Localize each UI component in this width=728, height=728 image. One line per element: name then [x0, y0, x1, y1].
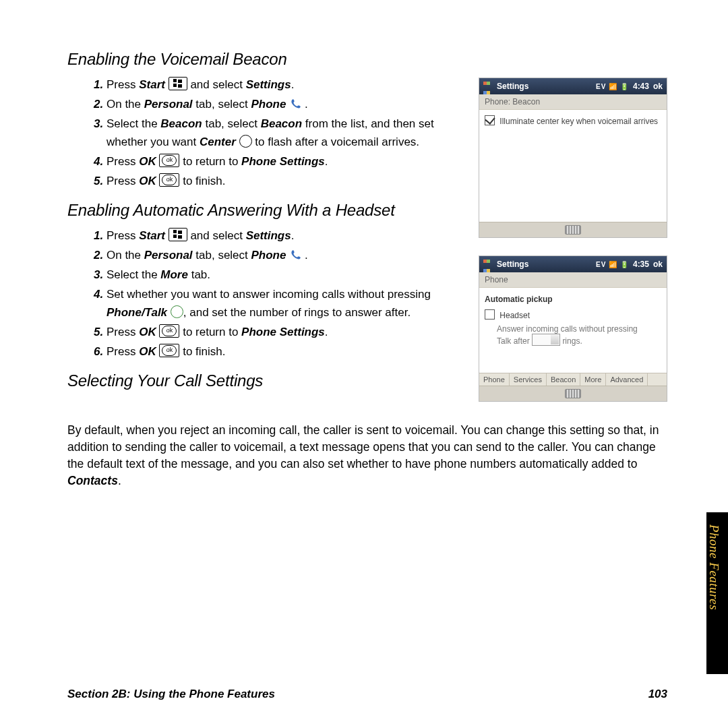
ok-key-icon	[159, 344, 179, 357]
steps-auto-answer: Press Start and select Settings. On the …	[67, 226, 462, 361]
call-settings-paragraph: By default, when you reject an incoming …	[67, 422, 664, 489]
step: Press Start and select Settings.	[107, 75, 462, 94]
rings-dropdown[interactable]	[532, 334, 560, 346]
center-key-icon	[239, 135, 252, 148]
titlebar-ok[interactable]: ok	[653, 260, 663, 269]
phone-icon	[289, 249, 301, 262]
talk-key-icon	[171, 305, 183, 318]
thumb-tab-label: Phone Features	[706, 512, 725, 610]
titlebar-title: Settings	[497, 260, 528, 269]
checkbox-label: Illuminate center key when voicemail arr…	[499, 117, 658, 126]
step: Select the More tab.	[107, 266, 462, 284]
checkbox-headset[interactable]	[485, 309, 495, 320]
tab-more[interactable]: More	[580, 373, 606, 386]
steps-voicemail-beacon: Press Start and select Settings. On the …	[67, 75, 462, 190]
ok-key-icon	[159, 154, 179, 167]
step: Press OK to return to Phone Settings.	[107, 152, 462, 171]
footer-page-number: 103	[648, 688, 667, 701]
heading-call-settings: Selecting Your Call Settings	[67, 371, 462, 390]
screenshot-auto-pickup: Settings EV 📶 🔋 4:35 ok Phone Automatic …	[479, 255, 667, 402]
section-title: Automatic pickup	[485, 295, 661, 304]
phone-icon	[289, 98, 301, 111]
status-icons: EV 📶 🔋	[596, 83, 629, 90]
titlebar-title: Settings	[497, 82, 528, 91]
titlebar-ok[interactable]: ok	[653, 82, 663, 91]
titlebar: Settings EV 📶 🔋 4:43 ok	[479, 78, 667, 94]
tab-advanced[interactable]: Advanced	[606, 373, 648, 386]
subtitle-bar: Phone: Beacon	[479, 94, 667, 110]
checkbox-label: Headset	[499, 311, 530, 320]
step: Press OK to return to Phone Settings.	[107, 323, 462, 341]
start-key-icon	[169, 77, 187, 90]
main-text-column: Enabling the Voicemail Beacon Press Star…	[67, 40, 462, 397]
subtitle-bar: Phone	[479, 272, 667, 288]
step: Press OK to finish.	[107, 342, 462, 361]
start-key-icon	[169, 228, 187, 241]
titlebar: Settings EV 📶 🔋 4:35 ok	[479, 256, 667, 272]
screenshot-column: Settings EV 📶 🔋 4:43 ok Phone: Beacon Il…	[479, 78, 667, 419]
thumb-tab: Phone Features	[706, 512, 728, 674]
talk-after-label: Talk after	[497, 336, 530, 346]
keyboard-icon[interactable]	[565, 225, 581, 235]
windows-flag-icon	[483, 260, 493, 269]
ok-key-icon	[159, 324, 179, 338]
tab-phone[interactable]: Phone	[479, 373, 510, 386]
heading-auto-answer: Enabling Automatic Answering With a Head…	[67, 201, 462, 220]
windows-flag-icon	[483, 82, 493, 91]
answer-text: Answer incoming calls without pressing	[497, 324, 661, 334]
tab-beacon[interactable]: Beacon	[547, 373, 580, 386]
step: Select the Beacon tab, select Beacon fro…	[107, 115, 462, 151]
soft-key-bar	[479, 386, 667, 401]
titlebar-time: 4:35	[633, 260, 649, 269]
tab-strip: Phone Services Beacon More Advanced	[479, 373, 667, 386]
heading-voicemail-beacon: Enabling the Voicemail Beacon	[67, 50, 462, 69]
keyboard-icon[interactable]	[565, 389, 581, 398]
soft-key-bar	[479, 222, 667, 237]
status-icons: EV 📶 🔋	[596, 261, 629, 268]
rings-label: rings.	[562, 336, 582, 346]
page-footer: Section 2B: Using the Phone Features 103	[67, 688, 667, 701]
screenshot-beacon: Settings EV 📶 🔋 4:43 ok Phone: Beacon Il…	[479, 78, 667, 238]
step: Press OK to finish.	[107, 172, 462, 190]
tab-services[interactable]: Services	[510, 373, 547, 386]
ok-key-icon	[159, 173, 179, 187]
titlebar-time: 4:43	[633, 82, 649, 91]
step: On the Personal tab, select Phone .	[107, 95, 462, 113]
step: On the Personal tab, select Phone .	[107, 246, 462, 264]
footer-section: Section 2B: Using the Phone Features	[67, 688, 275, 701]
checkbox-illuminate[interactable]	[485, 115, 495, 125]
step: Press Start and select Settings.	[107, 226, 462, 245]
step: Set whether you want to answer incoming …	[107, 285, 462, 322]
